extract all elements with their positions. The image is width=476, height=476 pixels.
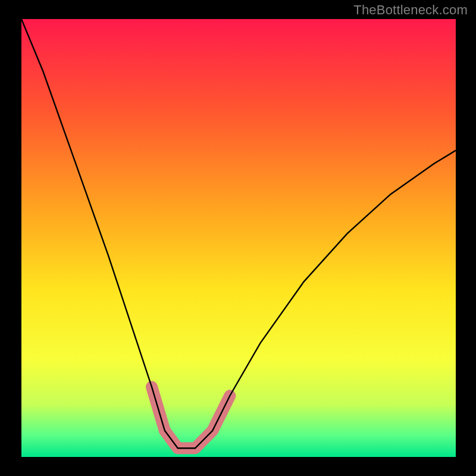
watermark-text: TheBottleneck.com (353, 2, 468, 18)
chart-svg (0, 0, 476, 476)
plot-background (21, 19, 456, 457)
chart-frame: { "watermark": "TheBottleneck.com", "cha… (0, 0, 476, 476)
